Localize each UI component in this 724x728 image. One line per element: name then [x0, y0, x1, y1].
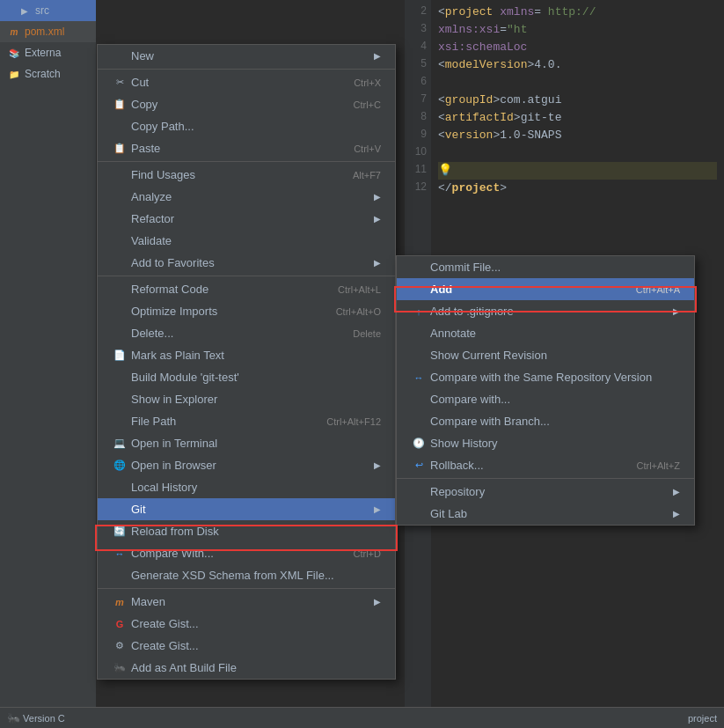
code-line-8: <artifactId>git-te — [438, 109, 717, 127]
menu-item-reload[interactable]: 🔄 Reload from Disk — [98, 520, 395, 542]
menu-label-validate: Validate — [131, 234, 381, 247]
copy-shortcut: Ctrl+C — [354, 99, 381, 110]
sidebar-item-external[interactable]: 📚 Externa — [0, 42, 96, 63]
menu-item-analyze[interactable]: Analyze ▶ — [98, 186, 395, 208]
menu-label-build-module: Build Module 'git-test' — [131, 371, 381, 384]
menu-item-add-favorites[interactable]: Add to Favorites ▶ — [98, 252, 395, 274]
menu-label-show-explorer: Show in Explorer — [131, 393, 381, 406]
menu-item-repository[interactable]: Repository ▶ — [397, 481, 694, 503]
menu-item-cut[interactable]: ✂ Cut Ctrl+X — [98, 71, 395, 93]
optimize-shortcut: Ctrl+Alt+O — [336, 306, 381, 317]
menu-item-compare-same[interactable]: ↔ Compare with the Same Repository Versi… — [397, 366, 694, 388]
menu-item-reformat[interactable]: Reformat Code Ctrl+Alt+L — [98, 278, 395, 300]
cut-shortcut: Ctrl+X — [354, 77, 381, 88]
menu-label-file-path: File Path — [131, 415, 309, 428]
gitignore-arrow: ▶ — [673, 306, 680, 316]
maven-arrow: ▶ — [374, 597, 381, 607]
menu-item-refactor[interactable]: Refactor ▶ — [98, 208, 395, 230]
code-line-5: <modelVersion>4.0. — [438, 56, 717, 74]
menu-item-create-gist1[interactable]: G Create Gist... — [98, 613, 395, 635]
compare-same-icon: ↔ — [411, 372, 427, 383]
menu-label-open-terminal: Open in Terminal — [131, 437, 381, 450]
menu-item-show-revision[interactable]: Show Current Revision — [397, 344, 694, 366]
line-num-6: 6 — [405, 72, 431, 90]
cut-icon: ✂ — [112, 77, 128, 88]
menu-label-compare-branch: Compare with Branch... — [430, 415, 680, 428]
reformat-shortcut: Ctrl+Alt+L — [338, 284, 381, 295]
menu-label-commit-file: Commit File... — [430, 261, 680, 274]
menu-item-new[interactable]: New ▶ — [98, 45, 395, 67]
menu-item-compare-with2[interactable]: Compare with... — [397, 388, 694, 410]
code-line-11: 💡 — [438, 162, 717, 180]
browser-arrow: ▶ — [374, 460, 381, 470]
menu-item-local-history[interactable]: Local History — [98, 476, 395, 498]
menu-item-copy[interactable]: 📋 Copy Ctrl+C — [98, 93, 395, 115]
code-line-10 — [438, 144, 717, 162]
menu-label-new: New — [131, 49, 370, 63]
sidebar-item-src[interactable]: ▶ src — [0, 0, 96, 21]
menu-item-delete[interactable]: Delete... Delete — [98, 322, 395, 344]
menu-item-git[interactable]: Git ▶ — [98, 498, 395, 520]
menu-item-mark-plain[interactable]: 📄 Mark as Plain Text — [98, 344, 395, 366]
add-shortcut: Ctrl+Alt+A — [636, 284, 680, 295]
menu-item-compare-with[interactable]: ↔ Compare With... Ctrl+D — [98, 542, 395, 564]
find-shortcut: Alt+F7 — [353, 170, 381, 180]
code-line-4: xsi:schemaLoc — [438, 39, 717, 56]
version-label: 🐜 Version C — [7, 712, 65, 724]
line-num-11: 11 — [405, 160, 431, 178]
menu-item-generate-xsd[interactable]: Generate XSD Schema from XML File... — [98, 564, 395, 586]
separator-3 — [98, 276, 395, 276]
menu-item-find-usages[interactable]: Find Usages Alt+F7 — [98, 164, 395, 186]
browser-icon: 🌐 — [112, 460, 128, 471]
menu-label-rollback: Rollback... — [430, 459, 618, 472]
paste-icon: 📋 — [112, 143, 128, 154]
external-icon: 📚 — [7, 46, 21, 60]
code-line-2: <project xmlns= http:// — [438, 4, 717, 21]
menu-item-validate[interactable]: Validate — [98, 230, 395, 252]
sidebar-item-pomxml[interactable]: m pom.xml — [0, 21, 96, 42]
menu-label-create-gist2: Create Gist... — [131, 639, 381, 652]
terminal-icon: 💻 — [112, 438, 128, 449]
line-num-10: 10 — [405, 143, 431, 160]
paste-shortcut: Ctrl+V — [354, 143, 381, 154]
sidebar-item-pom-label: pom.xml — [25, 26, 64, 38]
menu-label-compare-same: Compare with the Same Repository Version — [430, 371, 680, 384]
status-bar: 🐜 Version C project — [0, 707, 724, 728]
gist2-icon: ⚙ — [112, 640, 128, 651]
menu-item-gitlab[interactable]: Git Lab ▶ — [397, 503, 694, 525]
menu-item-commit-file[interactable]: Commit File... — [397, 256, 694, 278]
menu-label-gitlab: Git Lab — [430, 507, 669, 520]
sidebar: ▶ src m pom.xml 📚 Externa 📁 Scratch — [0, 0, 97, 728]
menu-label-generate-xsd: Generate XSD Schema from XML File... — [131, 569, 381, 582]
menu-item-optimize[interactable]: Optimize Imports Ctrl+Alt+O — [98, 300, 395, 322]
line-num-5: 5 — [405, 55, 431, 72]
menu-label-add-gitignore: Add to .gitignore — [430, 305, 669, 318]
menu-item-add-ant[interactable]: 🐜 Add as Ant Build File — [98, 657, 395, 679]
menu-item-file-path[interactable]: File Path Ctrl+Alt+F12 — [98, 410, 395, 432]
menu-label-mark-plain: Mark as Plain Text — [131, 349, 381, 362]
new-arrow: ▶ — [374, 51, 381, 61]
menu-item-show-explorer[interactable]: Show in Explorer — [98, 388, 395, 410]
sidebar-item-scratch[interactable]: 📁 Scratch — [0, 63, 96, 85]
menu-label-add: Add — [430, 283, 618, 296]
menu-item-create-gist2[interactable]: ⚙ Create Gist... — [98, 635, 395, 657]
code-content: <project xmlns= http:// xmlns:xsi="ht xs… — [431, 0, 724, 201]
menu-item-build-module[interactable]: Build Module 'git-test' — [98, 366, 395, 388]
context-menu-right: Commit File... Add Ctrl+Alt+A ↑ Add to .… — [396, 255, 695, 526]
rollback-icon: ↩ — [411, 460, 427, 471]
menu-item-open-terminal[interactable]: 💻 Open in Terminal — [98, 432, 395, 454]
menu-item-paste[interactable]: 📋 Paste Ctrl+V — [98, 137, 395, 159]
menu-item-compare-branch[interactable]: Compare with Branch... — [397, 410, 694, 432]
menu-item-copy-path[interactable]: Copy Path... — [98, 115, 395, 137]
rollback-shortcut: Ctrl+Alt+Z — [636, 460, 680, 471]
menu-item-add[interactable]: Add Ctrl+Alt+A — [397, 278, 694, 300]
menu-item-add-gitignore[interactable]: ↑ Add to .gitignore ▶ — [397, 300, 694, 322]
project-label: project — [688, 713, 717, 724]
menu-item-maven[interactable]: m Maven ▶ — [98, 591, 395, 613]
menu-item-show-history[interactable]: 🕐 Show History — [397, 432, 694, 454]
menu-item-rollback[interactable]: ↩ Rollback... Ctrl+Alt+Z — [397, 454, 694, 476]
compare-icon: ↔ — [112, 548, 128, 559]
menu-item-annotate[interactable]: Annotate — [397, 322, 694, 344]
separator-4 — [98, 588, 395, 589]
menu-item-open-browser[interactable]: 🌐 Open in Browser ▶ — [98, 454, 395, 476]
